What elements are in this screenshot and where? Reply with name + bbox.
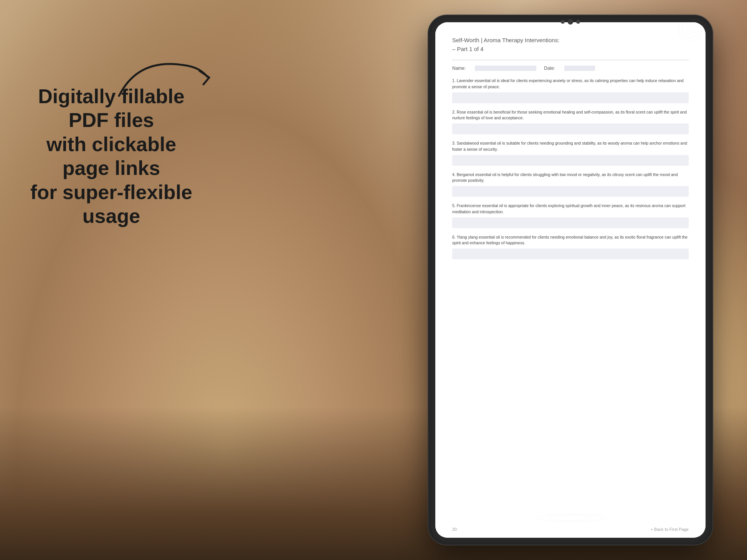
pdf-item-1-text: 1. Lavender essential oil is ideal for c… <box>452 78 689 90</box>
pdf-name-date-row: Name: Date: <box>452 66 689 71</box>
pdf-item-2-input[interactable] <box>452 124 689 134</box>
svg-point-4 <box>547 515 593 520</box>
promo-text: Digitally fillable PDF files with clicka… <box>23 84 200 228</box>
pdf-item-2: 2. Rose essential oil is beneficial for … <box>452 109 689 135</box>
pdf-page-number: 20 <box>452 527 457 532</box>
pdf-item-6-text: 6. Ylang ylang essential oil is recommen… <box>452 234 689 247</box>
svg-point-1 <box>683 22 698 38</box>
tablet-screen: Self-Worth | Aroma Therapy Interventions… <box>435 22 706 538</box>
pdf-item-5-input[interactable] <box>452 217 689 228</box>
promo-text-block: Digitally fillable PDF files with clicka… <box>23 84 200 228</box>
camera-dot-right <box>576 20 580 24</box>
camera-dot-left <box>561 20 565 24</box>
floral-watermark-bottom <box>532 510 609 527</box>
pdf-item-5: 5. Frankincense essential oil is appropr… <box>452 203 689 228</box>
svg-point-2 <box>686 26 694 34</box>
pdf-item-3-text: 3. Sandalwood essential oil is suitable … <box>452 140 689 153</box>
tablet-camera <box>561 19 580 25</box>
pdf-item-3-input[interactable] <box>452 155 689 166</box>
pdf-name-label: Name: <box>452 66 466 71</box>
pdf-date-input[interactable] <box>564 66 595 71</box>
pdf-title: Self-Worth | Aroma Therapy Interventions… <box>452 36 689 44</box>
pdf-item-1-input[interactable] <box>452 92 689 103</box>
pdf-item-2-text: 2. Rose essential oil is beneficial for … <box>452 109 689 122</box>
pdf-subtitle: – Part 1 of 4 <box>452 46 689 52</box>
svg-point-0 <box>679 22 702 41</box>
pdf-item-3: 3. Sandalwood essential oil is suitable … <box>452 140 689 166</box>
pdf-footer: 20 + Back to First Page <box>452 527 689 532</box>
pdf-item-5-text: 5. Frankincense essential oil is appropr… <box>452 203 689 215</box>
pdf-item-6: 6. Ylang ylang essential oil is recommen… <box>452 234 689 260</box>
pdf-item-1: 1. Lavender essential oil is ideal for c… <box>452 78 689 103</box>
pdf-item-4: 4. Bergamot essential oil is helpful for… <box>452 172 689 197</box>
pdf-page: Self-Worth | Aroma Therapy Interventions… <box>435 22 706 538</box>
pdf-back-link[interactable]: + Back to First Page <box>651 527 689 532</box>
pdf-name-input[interactable] <box>475 66 536 71</box>
pdf-date-label: Date: <box>544 66 555 71</box>
floral-watermark-top <box>659 22 706 54</box>
camera-dot-center <box>568 19 573 25</box>
tablet: Self-Worth | Aroma Therapy Interventions… <box>428 15 712 545</box>
pdf-item-4-input[interactable] <box>452 186 689 197</box>
pdf-item-6-input[interactable] <box>452 249 689 259</box>
pdf-items-list: 1. Lavender essential oil is ideal for c… <box>452 78 689 259</box>
pdf-item-4-text: 4. Bergamot essential oil is helpful for… <box>452 172 689 184</box>
tablet-body: Self-Worth | Aroma Therapy Interventions… <box>428 15 712 545</box>
pdf-header-divider <box>452 60 689 60</box>
